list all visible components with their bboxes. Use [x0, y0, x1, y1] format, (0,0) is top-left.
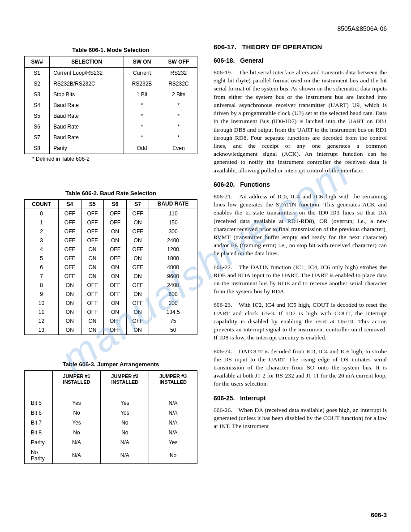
table-row: 8ONOFFOFFOFF2400: [25, 281, 197, 290]
table-cell: OFF: [126, 317, 149, 326]
table-cell: 1200: [149, 245, 197, 254]
table-cell: ON: [59, 299, 81, 308]
table-row: 0OFFOFFOFFOFF110: [25, 209, 197, 219]
para-text: An address of IC0, IC4 and IC6 high with…: [214, 193, 387, 257]
table-cell: ON: [104, 272, 127, 281]
table-cell: N/A: [149, 408, 197, 418]
heading-606-17: 606-17. THEORY OF OPERATION: [214, 43, 387, 51]
table-cell: 11: [25, 308, 59, 317]
table-row: 7OFFONONON9600: [25, 272, 197, 281]
table-cell: 4: [25, 245, 59, 254]
para-606-23: 606-23. With IC2, IC4 and IC5 high, COUT…: [214, 301, 387, 342]
table-cell: ON: [59, 281, 81, 290]
para-606-21: 606-21. An address of IC0, IC4 and IC6 h…: [214, 193, 387, 258]
table-cell: Current Loop/RS232: [50, 68, 124, 79]
heading-title: THEORY OF OPERATION: [242, 43, 322, 51]
table-cell: 1 Bit: [124, 89, 160, 100]
table-cell: RS232: [160, 68, 197, 79]
table-cell: 5: [25, 254, 59, 263]
table3-caption: Table 606-3. Jumper Arrangements: [24, 361, 197, 368]
table-cell: ON: [59, 308, 81, 317]
heading-606-25: 606-25. Interrupt: [214, 395, 387, 402]
table-cell: S7: [25, 132, 50, 143]
table-cell: ON: [126, 308, 149, 317]
table-row: S2RS232B/RS232CRS232BRS232C: [25, 78, 197, 89]
table-cell: *: [124, 121, 160, 132]
table-cell: ON: [81, 245, 104, 254]
table-cell: OFF: [59, 227, 81, 236]
table-cell: ON: [59, 317, 81, 326]
table-cell: 50: [149, 326, 197, 335]
table-cell: 1: [25, 218, 59, 227]
table-cell: OFF: [59, 236, 81, 245]
table-cell: 7: [25, 272, 59, 281]
table-cell: S8: [25, 143, 50, 154]
table-cell: S1: [25, 68, 50, 79]
table-cell: OFF: [59, 218, 81, 227]
table-cell: ON: [81, 317, 104, 326]
table-row: 12ONONOFFOFF75: [25, 317, 197, 326]
page-number: 606-3: [371, 511, 387, 519]
table-cell: 200: [149, 299, 197, 308]
table-row: S8ParityOddEven: [25, 143, 197, 154]
table-cell: Parity: [50, 143, 124, 154]
table-cell: OFF: [126, 209, 149, 219]
table-cell: OFF: [104, 209, 127, 219]
table-cell: N/A: [149, 418, 197, 428]
table2-caption: Table 606-2. Baud Rate Selection: [24, 190, 197, 197]
t3-h2: JUMPER #2 INSTALLED: [101, 371, 149, 388]
table-cell: 12: [25, 317, 59, 326]
table-cell: 2 Bits: [160, 89, 197, 100]
table-cell: OFF: [104, 290, 127, 299]
table-cell: OFF: [81, 227, 104, 236]
table-cell: No: [149, 447, 197, 464]
table-cell: OFF: [104, 254, 127, 263]
table-cell: Baud Rate: [50, 121, 124, 132]
table-row: Bit 6NoYesN/A: [25, 408, 197, 418]
table-cell: ON: [126, 326, 149, 335]
table-row: 11ONOFFONON134.5: [25, 308, 197, 317]
table-cell: 300: [149, 227, 197, 236]
table-cell: ON: [126, 218, 149, 227]
table-cell: OFF: [126, 263, 149, 272]
table-cell: *: [160, 132, 197, 143]
table-cell: N/A: [52, 447, 101, 464]
t2-h1: S4: [59, 200, 81, 209]
table-row: S6Baud Rate**: [25, 121, 197, 132]
table-row: 5OFFONOFFON1800: [25, 254, 197, 263]
table-row: S3Stop Bits1 Bit2 Bits: [25, 89, 197, 100]
table-cell: RS232C: [160, 78, 197, 89]
table-row: Bit 7YesNoN/A: [25, 418, 197, 428]
table-cell: 3: [25, 236, 59, 245]
table-row: S5Baud Rate**: [25, 111, 197, 121]
table-row: 2OFFOFFONOFF300: [25, 227, 197, 236]
table-cell: ON: [104, 308, 127, 317]
t2-h3: S6: [104, 200, 127, 209]
table-cell: OFF: [59, 272, 81, 281]
table-cell: ON: [126, 290, 149, 299]
table-cell: ON: [104, 227, 127, 236]
table-row: S7Baud Rate**: [25, 132, 197, 143]
para-606-19: 606-19. The bit serial interface alters …: [214, 69, 387, 175]
heading-num: 606-17.: [214, 43, 236, 51]
table-row: 1OFFOFFOFFON150: [25, 218, 197, 227]
heading-title: Functions: [240, 181, 270, 188]
table-cell: 134.5: [149, 308, 197, 317]
table-cell: ON: [104, 236, 127, 245]
para-text: DATOUT is decoded from IC3, IC4 and IC6 …: [214, 348, 387, 387]
table-cell: OFF: [81, 290, 104, 299]
table-cell: Stop Bits: [50, 89, 124, 100]
table-cell: 110: [149, 209, 197, 219]
table-cell: ON: [104, 299, 127, 308]
heading-606-20: 606-20. Functions: [214, 181, 387, 188]
t3-h0: [25, 371, 53, 388]
t1-h1: SELECTION: [50, 56, 124, 68]
table-cell: OFF: [104, 281, 127, 290]
table-cell: Bit 5: [25, 398, 53, 408]
table1-caption: Table 606-1. Mode Selection: [24, 47, 197, 53]
table-cell: Parity: [25, 438, 53, 447]
table-cell: No: [101, 418, 149, 428]
table-cell: 6: [25, 263, 59, 272]
table-cell: 9: [25, 290, 59, 299]
table-mode-selection: SW# SELECTION SW ON SW OFF S1Current Loo…: [24, 56, 197, 154]
